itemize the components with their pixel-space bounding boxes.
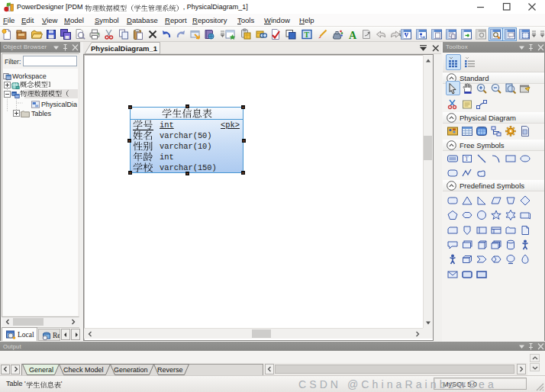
svg-text:T: T <box>465 156 469 162</box>
svg-text:T: T <box>305 31 310 39</box>
svg-text:A: A <box>349 30 357 41</box>
